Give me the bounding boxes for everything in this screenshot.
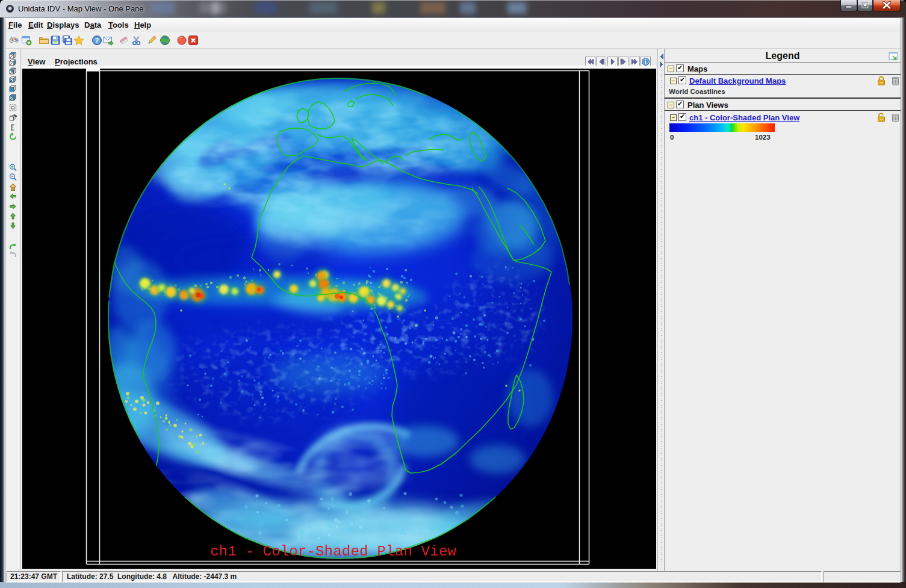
svg-text:?: ? bbox=[95, 37, 99, 44]
